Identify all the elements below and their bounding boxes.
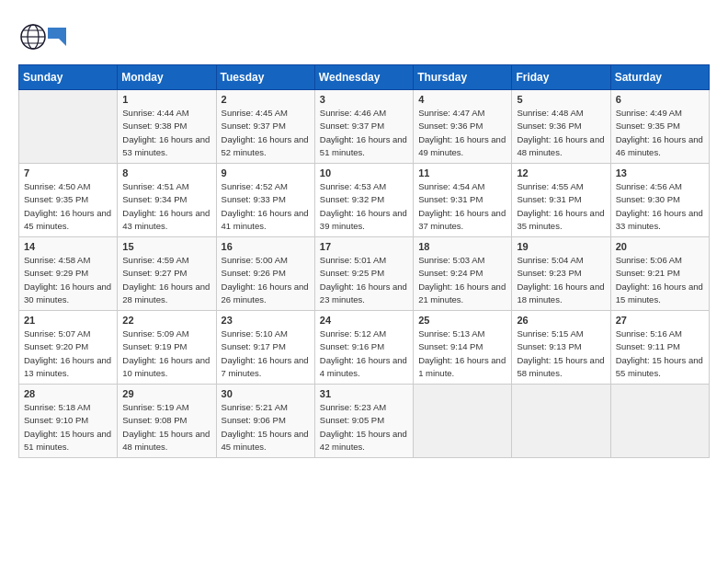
sunrise-text: Sunrise: 4:50 AM xyxy=(24,180,112,193)
sunset-text: Sunset: 9:35 PM xyxy=(24,193,112,206)
sunset-text: Sunset: 9:33 PM xyxy=(222,193,310,206)
day-detail: Sunrise: 5:07 AMSunset: 9:20 PMDaylight:… xyxy=(24,327,112,380)
day-cell: 31Sunrise: 5:23 AMSunset: 9:05 PMDayligh… xyxy=(314,385,413,458)
sunrise-text: Sunrise: 5:23 AM xyxy=(320,401,408,414)
day-number: 6 xyxy=(616,94,704,105)
day-detail: Sunrise: 4:44 AMSunset: 9:38 PMDaylight:… xyxy=(122,107,210,159)
day-number: 2 xyxy=(222,94,310,105)
day-detail: Sunrise: 4:59 AMSunset: 9:27 PMDaylight:… xyxy=(122,254,210,306)
header-tuesday: Tuesday xyxy=(216,65,314,90)
day-cell: 28Sunrise: 5:18 AMSunset: 9:10 PMDayligh… xyxy=(19,385,118,458)
week-row-2: 7Sunrise: 4:50 AMSunset: 9:35 PMDaylight… xyxy=(19,164,710,237)
sunset-text: Sunset: 9:06 PM xyxy=(222,414,310,427)
header-sunday: Sunday xyxy=(19,65,118,90)
day-number: 27 xyxy=(616,315,704,326)
sunrise-text: Sunrise: 5:10 AM xyxy=(222,327,310,340)
day-cell: 6Sunrise: 4:49 AMSunset: 9:35 PMDaylight… xyxy=(610,90,709,164)
sunset-text: Sunset: 9:20 PM xyxy=(24,340,112,353)
sunset-text: Sunset: 9:35 PM xyxy=(616,120,704,132)
day-cell xyxy=(19,90,118,164)
day-cell: 29Sunrise: 5:19 AMSunset: 9:08 PMDayligh… xyxy=(118,385,216,458)
day-cell: 10Sunrise: 4:53 AMSunset: 9:32 PMDayligh… xyxy=(314,164,413,237)
day-cell xyxy=(610,385,709,458)
daylight-text: Daylight: 15 hours and 55 minutes. xyxy=(616,354,704,381)
day-number: 19 xyxy=(517,241,605,252)
daylight-text: Daylight: 16 hours and 33 minutes. xyxy=(616,207,704,234)
daylight-text: Daylight: 16 hours and 51 minutes. xyxy=(320,133,408,160)
daylight-text: Daylight: 16 hours and 18 minutes. xyxy=(517,281,605,307)
day-detail: Sunrise: 5:18 AMSunset: 9:10 PMDaylight:… xyxy=(24,401,112,454)
day-detail: Sunrise: 4:56 AMSunset: 9:30 PMDaylight:… xyxy=(616,180,704,233)
sunrise-text: Sunrise: 5:01 AM xyxy=(320,254,408,267)
day-detail: Sunrise: 4:52 AMSunset: 9:33 PMDaylight:… xyxy=(222,180,310,233)
day-number: 31 xyxy=(320,388,408,399)
sunset-text: Sunset: 9:29 PM xyxy=(24,267,112,280)
sunset-text: Sunset: 9:31 PM xyxy=(418,193,506,206)
sunrise-text: Sunrise: 5:19 AM xyxy=(122,401,210,414)
daylight-text: Daylight: 16 hours and 1 minute. xyxy=(418,354,506,381)
day-number: 5 xyxy=(517,94,605,105)
day-detail: Sunrise: 5:13 AMSunset: 9:14 PMDaylight:… xyxy=(418,327,506,380)
logo-icon xyxy=(18,18,66,55)
day-detail: Sunrise: 4:48 AMSunset: 9:36 PMDaylight:… xyxy=(517,107,605,159)
day-number: 18 xyxy=(418,241,506,252)
sunset-text: Sunset: 9:14 PM xyxy=(418,340,506,353)
sunset-text: Sunset: 9:17 PM xyxy=(222,340,310,353)
day-cell: 11Sunrise: 4:54 AMSunset: 9:31 PMDayligh… xyxy=(414,164,512,237)
day-cell: 3Sunrise: 4:46 AMSunset: 9:37 PMDaylight… xyxy=(314,90,413,164)
sunrise-text: Sunrise: 5:09 AM xyxy=(122,327,210,340)
day-cell: 24Sunrise: 5:12 AMSunset: 9:16 PMDayligh… xyxy=(314,311,413,385)
day-number: 13 xyxy=(616,167,704,178)
day-cell: 19Sunrise: 5:04 AMSunset: 9:23 PMDayligh… xyxy=(512,237,610,311)
day-detail: Sunrise: 5:12 AMSunset: 9:16 PMDaylight:… xyxy=(320,327,408,380)
daylight-text: Daylight: 16 hours and 4 minutes. xyxy=(320,354,408,381)
day-cell: 26Sunrise: 5:15 AMSunset: 9:13 PMDayligh… xyxy=(512,311,610,385)
daylight-text: Daylight: 16 hours and 43 minutes. xyxy=(122,207,210,234)
sunrise-text: Sunrise: 4:49 AM xyxy=(616,107,704,120)
day-cell: 4Sunrise: 4:47 AMSunset: 9:36 PMDaylight… xyxy=(414,90,512,164)
daylight-text: Daylight: 16 hours and 30 minutes. xyxy=(24,281,112,307)
day-cell: 16Sunrise: 5:00 AMSunset: 9:26 PMDayligh… xyxy=(216,237,314,311)
daylight-text: Daylight: 15 hours and 42 minutes. xyxy=(320,428,408,454)
sunset-text: Sunset: 9:21 PM xyxy=(616,267,704,280)
sunset-text: Sunset: 9:05 PM xyxy=(320,414,408,427)
day-number: 1 xyxy=(122,94,210,105)
day-cell: 21Sunrise: 5:07 AMSunset: 9:20 PMDayligh… xyxy=(19,311,118,385)
week-row-4: 21Sunrise: 5:07 AMSunset: 9:20 PMDayligh… xyxy=(19,311,710,385)
day-number: 8 xyxy=(122,167,210,178)
daylight-text: Daylight: 16 hours and 10 minutes. xyxy=(122,354,210,381)
day-number: 16 xyxy=(222,241,310,252)
day-cell: 22Sunrise: 5:09 AMSunset: 9:19 PMDayligh… xyxy=(118,311,216,385)
sunset-text: Sunset: 9:08 PM xyxy=(122,414,210,427)
header-row: SundayMondayTuesdayWednesdayThursdayFrid… xyxy=(19,65,710,90)
day-detail: Sunrise: 4:45 AMSunset: 9:37 PMDaylight:… xyxy=(222,107,310,159)
day-detail: Sunrise: 5:16 AMSunset: 9:11 PMDaylight:… xyxy=(616,327,704,380)
daylight-text: Daylight: 15 hours and 48 minutes. xyxy=(122,428,210,454)
sunset-text: Sunset: 9:36 PM xyxy=(517,120,605,132)
day-number: 22 xyxy=(122,315,210,326)
day-cell: 1Sunrise: 4:44 AMSunset: 9:38 PMDaylight… xyxy=(118,90,216,164)
sunrise-text: Sunrise: 4:51 AM xyxy=(122,180,210,193)
day-detail: Sunrise: 4:47 AMSunset: 9:36 PMDaylight:… xyxy=(418,107,506,159)
day-detail: Sunrise: 4:53 AMSunset: 9:32 PMDaylight:… xyxy=(320,180,408,233)
day-detail: Sunrise: 5:09 AMSunset: 9:19 PMDaylight:… xyxy=(122,327,210,380)
day-detail: Sunrise: 4:50 AMSunset: 9:35 PMDaylight:… xyxy=(24,180,112,233)
sunrise-text: Sunrise: 4:56 AM xyxy=(616,180,704,193)
daylight-text: Daylight: 16 hours and 53 minutes. xyxy=(122,133,210,160)
day-cell: 12Sunrise: 4:55 AMSunset: 9:31 PMDayligh… xyxy=(512,164,610,237)
day-cell: 30Sunrise: 5:21 AMSunset: 9:06 PMDayligh… xyxy=(216,385,314,458)
sunrise-text: Sunrise: 5:12 AM xyxy=(320,327,408,340)
sunrise-text: Sunrise: 4:45 AM xyxy=(222,107,310,120)
svg-marker-6 xyxy=(59,39,66,46)
sunrise-text: Sunrise: 5:06 AM xyxy=(616,254,704,267)
sunrise-text: Sunrise: 5:21 AM xyxy=(222,401,310,414)
day-detail: Sunrise: 4:51 AMSunset: 9:34 PMDaylight:… xyxy=(122,180,210,233)
day-cell: 13Sunrise: 4:56 AMSunset: 9:30 PMDayligh… xyxy=(610,164,709,237)
day-number: 30 xyxy=(222,388,310,399)
daylight-text: Daylight: 16 hours and 52 minutes. xyxy=(222,133,310,160)
sunrise-text: Sunrise: 5:00 AM xyxy=(222,254,310,267)
sunset-text: Sunset: 9:26 PM xyxy=(222,267,310,280)
day-detail: Sunrise: 4:46 AMSunset: 9:37 PMDaylight:… xyxy=(320,107,408,159)
day-detail: Sunrise: 5:15 AMSunset: 9:13 PMDaylight:… xyxy=(517,327,605,380)
sunset-text: Sunset: 9:11 PM xyxy=(616,340,704,353)
